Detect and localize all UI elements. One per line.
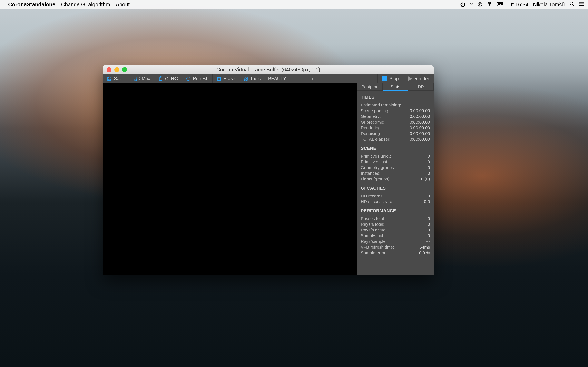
menubar-app-name[interactable]: CoronaStandalone [8,1,55,8]
performance-value: 0.0 % [419,250,430,255]
performance-label: Sample error: [361,250,387,255]
side-panel: Postproc Stats DR TIMES Estimated remain… [357,83,434,275]
wifi-icon[interactable] [487,1,493,8]
macos-menubar: CoronaStandalone Change GI algorithm Abo… [0,0,588,9]
scene-row: Primitives inst.:0 [361,159,430,165]
gicaches-row: HD success rate:0.0 [361,199,430,205]
times-row: TOTAL elapsed:0:00:00.00 [361,136,430,142]
times-value: 0:00:00.00 [410,137,430,142]
stats-panel: TIMES Estimated remaining:---Scene parsi… [357,91,434,258]
performance-value: --- [426,239,430,244]
menu-change-gi[interactable]: Change GI algorithm [61,1,110,8]
save-icon [107,76,112,82]
scene-label: Instances: [361,171,380,176]
viber-icon[interactable]: ✆ [478,1,482,8]
performance-value: 0 [428,222,430,227]
svg-point-17 [245,78,246,79]
performance-label: VFB refresh time: [361,245,394,250]
svg-point-4 [570,2,573,5]
svg-line-22 [244,77,245,78]
shield-icon[interactable]: ⌔ [470,1,473,8]
menubar-tray: ⏻ ⌔ ✆ út 16:34 Nikola Tomšů [460,1,584,8]
tab-stats[interactable]: Stats [383,83,408,91]
times-label: Denoising: [361,131,381,136]
zoom-button[interactable] [122,67,127,72]
scene-row: Lights (groups):0 (0) [361,176,430,182]
scene-value: 0 [428,154,430,159]
render-button[interactable]: Render [403,74,434,83]
erase-label: Erase [224,76,235,81]
scene-row: Geometry groups:0 [361,165,430,170]
performance-row: Rays/sample:--- [361,239,430,244]
gicaches-label: HD success rate: [361,199,393,204]
times-row: Rendering:0:00:00.00 [361,125,430,131]
chevron-down-icon: ▾ [297,76,314,81]
scene-row: Instances:0 [361,170,430,176]
scene-label: Lights (groups): [361,176,390,182]
battery-icon[interactable] [497,1,505,8]
svg-line-24 [244,79,245,80]
performance-row: Rays/s total:0 [361,221,430,227]
performance-value: 0 [428,227,430,233]
scene-value: 0 (0) [421,176,430,182]
svg-point-0 [489,5,490,6]
toolbar: Save >Max Ctrl+C Refresh Erase Tools BEA… [103,74,434,83]
spotlight-icon[interactable] [569,1,575,8]
tab-dr[interactable]: DR [408,83,434,91]
side-tabs: Postproc Stats DR [357,83,434,91]
stop-label: Stop [389,76,399,81]
svg-rect-12 [108,79,111,81]
window-titlebar[interactable]: Corona Virtual Frame Buffer (640×480px, … [103,65,434,74]
stop-icon [382,76,387,81]
times-row: GI precomp:0:00:00.00 [361,119,430,125]
performance-row: Passes total:0 [361,216,430,221]
refresh-icon [186,76,191,82]
menu-list-icon[interactable] [579,1,584,8]
times-value: 0:00:00.00 [410,108,430,113]
section-gicaches-title: GI CACHES [361,185,430,191]
section-times-title: TIMES [361,95,430,100]
copy-button[interactable]: Ctrl+C [154,74,182,83]
tools-label: Tools [250,76,260,81]
scene-value: 0 [428,171,430,176]
tools-button[interactable]: Tools [239,74,264,83]
menubar-user[interactable]: Nikola Tomšů [533,1,565,8]
stop-button[interactable]: Stop [378,74,403,83]
performance-label: Sampl/s act.: [361,233,385,238]
svg-point-11 [579,5,580,6]
minimize-button[interactable] [114,67,119,72]
times-value: 0:00:00.00 [410,120,430,125]
times-label: Geometry: [361,114,381,119]
scene-row: Primitives uniq.:0 [361,153,430,159]
performance-label: Rays/sample: [361,239,387,244]
gicaches-value: 0.0 [424,199,430,204]
gicaches-label: HD records: [361,193,384,198]
to-max-button[interactable]: >Max [128,74,154,83]
erase-button[interactable]: Erase [213,74,239,83]
refresh-button[interactable]: Refresh [182,74,213,83]
erase-icon [216,76,222,82]
scene-label: Primitives uniq.: [361,154,391,159]
render-viewport[interactable] [103,83,357,275]
close-button[interactable] [107,67,112,72]
section-scene-title: SCENE [361,146,430,151]
save-button[interactable]: Save [103,74,128,83]
svg-line-23 [246,79,247,80]
menubar-clock[interactable]: út 16:34 [509,1,528,8]
to-max-label: >Max [139,76,150,81]
gear-icon [243,76,249,82]
times-value: 0:00:00.00 [410,131,430,136]
render-pass-select[interactable]: BEAUTY ▾ [264,74,318,83]
gicaches-row: HD records:0 [361,193,430,199]
tab-postproc[interactable]: Postproc [357,83,383,91]
scene-label: Primitives inst.: [361,159,389,164]
copy-label: Ctrl+C [165,76,178,81]
svg-point-10 [579,3,580,4]
scene-value: 0 [428,165,430,170]
menu-about[interactable]: About [116,1,130,8]
times-row: Geometry:0:00:00.00 [361,114,430,119]
svg-line-5 [572,4,574,6]
times-label: Estimated remaining: [361,103,401,108]
power-icon[interactable]: ⏻ [460,1,466,8]
window-title: Corona Virtual Frame Buffer (640×480px, … [103,67,434,73]
